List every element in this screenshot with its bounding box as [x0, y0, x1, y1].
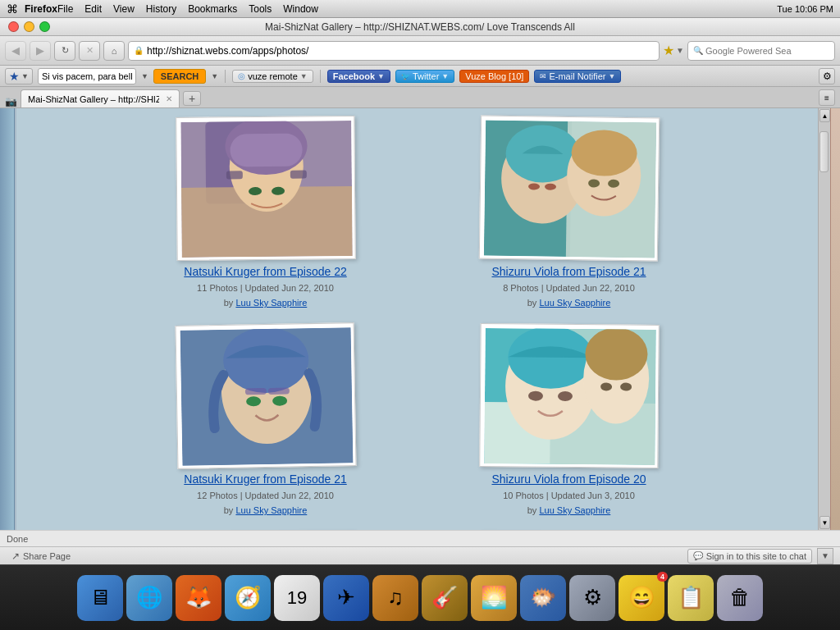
twitter-button[interactable]: 🐦 Twitter ▼ — [395, 70, 454, 83]
menu-view[interactable]: View — [113, 3, 135, 15]
app-name[interactable]: Firefox — [25, 3, 57, 15]
home-button[interactable]: ⌂ — [103, 41, 125, 61]
maximize-button[interactable] — [39, 21, 50, 32]
facetime-icon: 😄 — [628, 585, 655, 610]
dock-safari[interactable]: 🧭 — [225, 575, 271, 621]
share-icon: ↗ — [11, 550, 20, 562]
back-button[interactable]: ◀ — [5, 41, 26, 61]
window-title: Mai-ShizNat Gallery – http://SHIZNAT.WEB… — [265, 21, 575, 33]
vuze-chevron-icon: ▼ — [300, 72, 308, 80]
dock-firefox[interactable]: 🦊 — [176, 575, 221, 621]
address-bar[interactable]: 🔒 — [128, 41, 660, 61]
search-chevron[interactable]: ▼ — [211, 72, 218, 80]
gallery-title-3[interactable]: Shizuru Viola from Episode 20 — [491, 472, 646, 486]
photo-image-3 — [484, 328, 655, 465]
status-expand-button[interactable]: ▼ — [817, 548, 833, 564]
dock-notes[interactable]: 📋 — [668, 575, 714, 621]
photo-image-0 — [180, 121, 352, 258]
bookmark-star[interactable]: ★ ▼ — [663, 43, 684, 58]
facebook-button[interactable]: Facebook ▼ — [327, 70, 390, 83]
search-button[interactable]: SEARCH — [153, 69, 206, 84]
scroll-thumb[interactable] — [819, 131, 829, 172]
author-prefix-3: by — [527, 505, 540, 515]
author-link-0[interactable]: Luu Sky Sapphire — [235, 298, 307, 308]
vertical-scrollbar[interactable]: ▲ ▼ — [818, 108, 830, 530]
browser-window: ⌘ Firefox File Edit View History Bookmar… — [0, 0, 840, 630]
photo-image-2 — [180, 327, 353, 466]
photo-frame-3[interactable] — [479, 323, 660, 468]
scroll-track — [819, 123, 830, 515]
photo-frame-1[interactable] — [478, 115, 659, 261]
awesomebar-icon[interactable]: ★ ▼ — [5, 68, 33, 84]
tab-1-close[interactable]: ✕ — [166, 94, 172, 103]
right-sidebar-strip — [830, 108, 840, 530]
gallery-meta-2: 12 Photos | Updated Jun 22, 2010 — [197, 491, 334, 500]
menu-history[interactable]: History — [146, 3, 176, 15]
dock-garageband[interactable]: 🎸 — [422, 575, 468, 621]
minimize-button[interactable] — [24, 21, 34, 32]
dock-system-prefs[interactable]: ⚙ — [569, 575, 615, 621]
menu-file[interactable]: File — [57, 3, 73, 15]
tab-add-button[interactable]: + — [183, 91, 201, 106]
author-link-3[interactable]: Luu Sky Sapphire — [539, 505, 610, 515]
tab-1[interactable]: Mai-ShizNat Gallery – http://SHIZ... ✕ — [21, 89, 180, 107]
menu-bookmarks[interactable]: Bookmarks — [188, 3, 237, 15]
menu-edit[interactable]: Edit — [84, 3, 102, 15]
url-input[interactable] — [147, 45, 654, 57]
awesomebar-chevron[interactable]: ▼ — [141, 72, 148, 80]
safari-icon: 🧭 — [235, 585, 261, 610]
dock-itunes[interactable]: ♫ — [372, 575, 418, 621]
dock-stickies[interactable]: 🌐 — [126, 575, 172, 621]
dock-finder[interactable]: 🖥 — [77, 575, 123, 621]
dock-iphoto[interactable]: 🌅 — [471, 575, 517, 621]
gallery-title-1[interactable]: Shizuru Viola from Episode 21 — [491, 265, 646, 278]
dock-screensaver[interactable]: 🐡 — [520, 575, 566, 621]
email-chevron: ▼ — [609, 72, 616, 80]
finder-icon: 🖥 — [89, 585, 111, 610]
svg-rect-5 — [230, 134, 302, 167]
apple-menu[interactable]: ⌘ — [7, 2, 18, 16]
lock-icon: 🔒 — [134, 46, 144, 55]
menu-tools[interactable]: Tools — [249, 3, 272, 15]
scroll-up-button[interactable]: ▲ — [819, 109, 830, 122]
search-input[interactable] — [705, 46, 829, 56]
forward-button[interactable]: ▶ — [30, 41, 51, 61]
gallery-meta-0: 11 Photos | Updated Jun 22, 2010 — [197, 283, 334, 293]
gallery-title-0[interactable]: Natsuki Kruger from Episode 22 — [184, 265, 346, 278]
itunes-icon: ♫ — [387, 585, 404, 610]
vuze-icon: ◎ — [238, 71, 245, 80]
twitter-label: Twitter — [413, 71, 439, 81]
gallery-title-2[interactable]: Natsuki Kruger from Episode 21 — [184, 472, 346, 486]
reload-button[interactable]: ↻ — [54, 41, 75, 61]
status-right: 💬 Sign in to this site to chat ▼ — [687, 548, 833, 564]
garageband-icon: 🎸 — [431, 585, 458, 610]
iphoto-icon: 🌅 — [481, 585, 507, 610]
close-button[interactable] — [8, 21, 19, 32]
stickies-icon: 🌐 — [136, 585, 162, 610]
dock-facetime[interactable]: 😄 4 — [619, 575, 664, 621]
menu-window[interactable]: Window — [283, 3, 318, 15]
vuze-remote-button[interactable]: ◎ vuze remote ▼ — [232, 70, 313, 83]
share-page-button[interactable]: ↗ Share Page — [7, 549, 75, 564]
stop-button[interactable]: ✕ — [79, 41, 100, 61]
photo-frame-2[interactable] — [175, 322, 356, 469]
tab-list-button[interactable]: ≡ — [819, 89, 835, 106]
awesomebar-input[interactable] — [38, 68, 136, 84]
photo-frame-0[interactable] — [176, 116, 356, 261]
vuze-blog-button[interactable]: Vuze Blog [10] — [459, 70, 529, 83]
status-bar: ↗ Share Page 💬 Sign in to this site to c… — [0, 546, 840, 564]
chat-button[interactable]: 💬 Sign in to this site to chat — [687, 549, 812, 564]
dock-calendar[interactable]: 19 — [274, 575, 320, 621]
scroll-down-button[interactable]: ▼ — [819, 516, 830, 529]
progress-bar: Done — [0, 530, 840, 546]
dock-trash[interactable]: 🗑 — [717, 575, 763, 621]
bookmarks-extra-button[interactable]: ⚙ — [819, 68, 835, 84]
email-notifier-button[interactable]: ✉ E-mail Notifier ▼ — [534, 70, 621, 83]
gallery-author-3: by Luu Sky Sapphire — [527, 505, 611, 515]
author-link-1[interactable]: Luu Sky Sapphire — [539, 298, 610, 308]
dock-mail[interactable]: ✈ — [323, 575, 369, 621]
search-bar[interactable]: 🔍 — [687, 41, 835, 61]
gallery-item-2: Natsuki Kruger from Episode 21 12 Photos… — [139, 324, 393, 515]
twitter-chevron: ▼ — [441, 72, 449, 80]
author-link-2[interactable]: Luu Sky Sapphire — [235, 505, 307, 515]
